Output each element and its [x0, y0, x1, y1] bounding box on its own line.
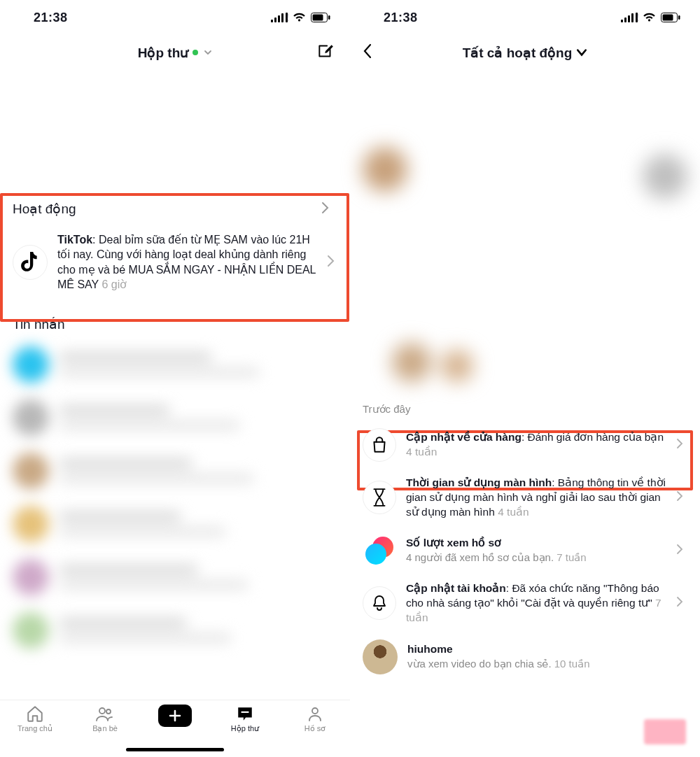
chevron-right-icon [676, 544, 690, 558]
inbox-icon [236, 705, 254, 723]
tab-label: Bạn bè [92, 724, 118, 733]
svg-point-6 [312, 708, 318, 714]
chevron-right-icon [676, 438, 690, 452]
tab-friends[interactable]: Bạn bè [77, 705, 133, 733]
row-sub: vừa xem video do bạn chia sẻ. [407, 658, 554, 670]
account-update-text: Cập nhật tài khoản: Đã xóa chức năng "Th… [406, 581, 666, 625]
compose-icon [316, 42, 335, 60]
status-dot-icon [192, 50, 198, 55]
row-time: 7 tuần [556, 551, 586, 563]
spacer [0, 70, 350, 193]
chevron-down-icon [204, 48, 212, 57]
hourglass-icon [372, 488, 387, 507]
tiktok-notification-text: TikTok: Deal bỉm sữa đến từ MẸ SAM vào l… [57, 232, 316, 292]
row-lead: Cập nhật về cửa hàng [406, 431, 522, 443]
status-indicators: ! [271, 13, 330, 22]
svg-point-3 [99, 708, 105, 714]
back-button[interactable] [363, 43, 372, 62]
svg-rect-1 [313, 15, 323, 21]
status-indicators: ! [621, 13, 680, 22]
row-text: : Đánh giá đơn hàng của bạn [522, 431, 664, 443]
user-avatar [363, 639, 398, 674]
profile-views-avatar [363, 534, 396, 567]
row-time: 4 tuần [406, 446, 437, 458]
chevron-right-icon [676, 596, 690, 610]
row-time: 10 tuần [554, 658, 590, 670]
phone-left: 21:38 ! Hộp thư Hoạt độ [0, 0, 350, 757]
tiktok-notification-row[interactable]: TikTok: Deal bỉm sữa đến từ MẸ SAM vào l… [0, 225, 350, 299]
earlier-label: Trước đây [350, 399, 700, 421]
bottom-tab-bar: Trang chủ Bạn bè Hộp thư [0, 700, 350, 757]
status-bar: 21:38 ! [350, 0, 700, 35]
home-indicator [126, 748, 224, 751]
row-lead: Số lượt xem hồ sơ [406, 537, 501, 549]
tab-home[interactable]: Trang chủ [7, 705, 63, 733]
shop-update-text: Cập nhật về cửa hàng: Đánh giá đơn hàng … [406, 430, 666, 460]
row-lead: Cập nhật tài khoản [406, 582, 506, 594]
activity-header-row[interactable]: Hoạt động [0, 193, 350, 225]
tab-create[interactable] [147, 705, 203, 727]
cellular-icon: ! [271, 13, 288, 22]
user-activity-text: hiuhome vừa xem video do bạn chia sẻ. 10… [407, 642, 690, 671]
row-lead: hiuhome [407, 643, 453, 655]
svg-rect-2 [328, 15, 330, 20]
page-title[interactable]: Hộp thư [138, 45, 213, 61]
battery-icon [661, 13, 680, 22]
notification-time: 6 giờ [102, 278, 127, 290]
tab-inbox[interactable]: Hộp thư [217, 705, 273, 733]
chevron-right-icon [321, 201, 335, 217]
svg-rect-5 [241, 712, 249, 713]
notification-sender: TikTok [57, 234, 92, 246]
blurred-messages-list [0, 338, 350, 757]
notification-body: : Deal bỉm sữa đến từ MẸ SAM vào lúc 21H… [57, 234, 316, 291]
chevron-right-icon [326, 255, 340, 270]
tab-profile[interactable]: Hồ sơ [287, 705, 343, 733]
battery-icon [311, 13, 330, 22]
profile-views-row[interactable]: Số lượt xem hồ sơ 4 người đã xem hồ sơ c… [350, 527, 700, 574]
user-activity-row[interactable]: hiuhome vừa xem video do bạn chia sẻ. 10… [350, 632, 700, 681]
partial-action-button[interactable] [644, 719, 686, 744]
profile-views-icon [364, 535, 395, 566]
row-lead: Thời gian sử dụng màn hình [406, 476, 552, 488]
home-icon [26, 705, 44, 723]
screentime-row[interactable]: Thời gian sử dụng màn hình: Bảng thông t… [350, 469, 700, 527]
svg-point-4 [106, 709, 111, 714]
profile-views-text: Số lượt xem hồ sơ 4 người đã xem hồ sơ c… [406, 536, 666, 565]
compose-button[interactable] [316, 42, 335, 63]
tab-label: Hồ sơ [304, 724, 326, 733]
page-title-text: Hộp thư [138, 45, 189, 61]
account-update-row[interactable]: Cập nhật tài khoản: Đã xóa chức năng "Th… [350, 574, 700, 632]
svg-rect-8 [663, 15, 673, 21]
wifi-icon [293, 13, 306, 22]
plus-button-icon [158, 705, 192, 727]
status-time: 21:38 [34, 10, 68, 25]
chevron-down-icon [576, 48, 587, 57]
bell-icon [371, 594, 388, 612]
shop-update-row[interactable]: Cập nhật về cửa hàng: Đánh giá đơn hàng … [350, 421, 700, 469]
chevron-left-icon [363, 43, 372, 59]
phone-right: 21:38 ! Tất cả hoạt động T [350, 0, 700, 757]
cellular-icon: ! [621, 13, 638, 22]
activity-label: Hoạt động [13, 201, 76, 216]
page-title[interactable]: Tất cả hoạt động [463, 45, 588, 61]
tiktok-logo-icon [21, 252, 39, 273]
activity-header: Tất cả hoạt động [350, 35, 700, 70]
row-sub: 4 người đã xem hồ sơ của bạn. [406, 551, 556, 563]
shop-avatar [363, 428, 396, 462]
tab-label: Trang chủ [18, 724, 52, 733]
account-avatar [363, 586, 396, 620]
friends-icon [95, 705, 115, 723]
status-time: 21:38 [384, 10, 418, 25]
inbox-header: Hộp thư [0, 35, 350, 70]
page-title-text: Tất cả hoạt động [463, 45, 573, 61]
row-time: 4 tuần [498, 506, 528, 518]
svg-rect-9 [678, 15, 680, 20]
tiktok-avatar [13, 245, 48, 280]
chevron-right-icon [676, 490, 690, 504]
blurred-activity-area [350, 70, 700, 399]
wifi-icon [643, 13, 656, 22]
profile-icon [307, 705, 323, 723]
tab-label: Hộp thư [231, 724, 259, 733]
shopping-bag-icon [370, 436, 388, 454]
screentime-text: Thời gian sử dụng màn hình: Bảng thông t… [406, 476, 666, 520]
